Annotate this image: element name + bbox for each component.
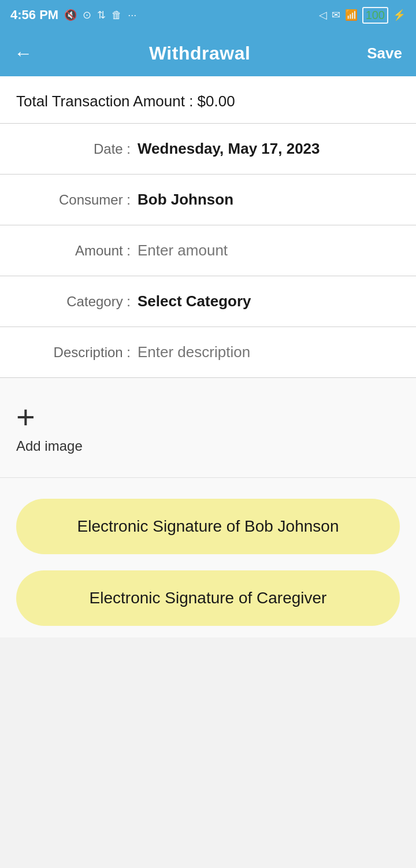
description-input[interactable] (138, 343, 400, 361)
description-label: Description : (16, 344, 138, 361)
circle-icon: ⊙ (83, 9, 91, 21)
charge-icon: ⚡ (393, 9, 406, 21)
status-bar: 4:56 PM 🔇 ⊙ ⇅ 🗑 ··· ◁ ✉ 📶 100 ⚡ (0, 0, 416, 30)
consumer-value: Bob Johnson (138, 191, 233, 209)
add-image-section[interactable]: + Add image (0, 378, 416, 478)
consumer-row: Consumer : Bob Johnson (0, 175, 416, 225)
signature-section: Electronic Signature of Bob Johnson Elec… (0, 478, 416, 637)
consumer-label: Consumer : (16, 192, 138, 208)
battery-icon: 100 (362, 7, 388, 24)
message-icon: ✉ (332, 9, 340, 21)
more-icon: ··· (128, 9, 136, 21)
consumer-signature-button[interactable]: Electronic Signature of Bob Johnson (16, 499, 400, 554)
date-row: Date : Wednesday, May 17, 2023 (0, 124, 416, 175)
total-transaction-text: Total Transaction Amount : $0.00 (16, 92, 235, 110)
location-icon: ◁ (319, 9, 327, 21)
delete-icon: 🗑 (112, 9, 122, 21)
category-value[interactable]: Select Category (138, 292, 251, 310)
main-content: Total Transaction Amount : $0.00 Date : … (0, 76, 416, 637)
add-image-icon: + (16, 401, 35, 433)
caregiver-signature-button[interactable]: Electronic Signature of Caregiver (16, 570, 400, 626)
toolbar: ← Withdrawal Save (0, 30, 416, 76)
data-exchange-icon: ⇅ (97, 9, 106, 21)
add-image-label: Add image (16, 438, 83, 454)
description-row[interactable]: Description : (0, 327, 416, 378)
date-value: Wednesday, May 17, 2023 (138, 140, 320, 158)
wifi-icon: 📶 (345, 9, 358, 21)
bottom-filler (0, 637, 416, 753)
back-button[interactable]: ← (14, 43, 32, 64)
page-title: Withdrawal (149, 43, 250, 64)
amount-input[interactable] (138, 242, 400, 259)
status-right: ◁ ✉ 📶 100 ⚡ (319, 7, 406, 24)
mute-icon: 🔇 (64, 9, 77, 21)
total-transaction-row: Total Transaction Amount : $0.00 (0, 76, 416, 124)
status-time: 4:56 PM (10, 8, 58, 23)
date-label: Date : (16, 141, 138, 157)
save-button[interactable]: Save (367, 44, 402, 62)
status-left: 4:56 PM 🔇 ⊙ ⇅ 🗑 ··· (10, 8, 136, 23)
category-label: Category : (16, 294, 138, 310)
amount-label: Amount : (16, 243, 138, 259)
amount-row[interactable]: Amount : (0, 225, 416, 276)
category-row[interactable]: Category : Select Category (0, 276, 416, 327)
